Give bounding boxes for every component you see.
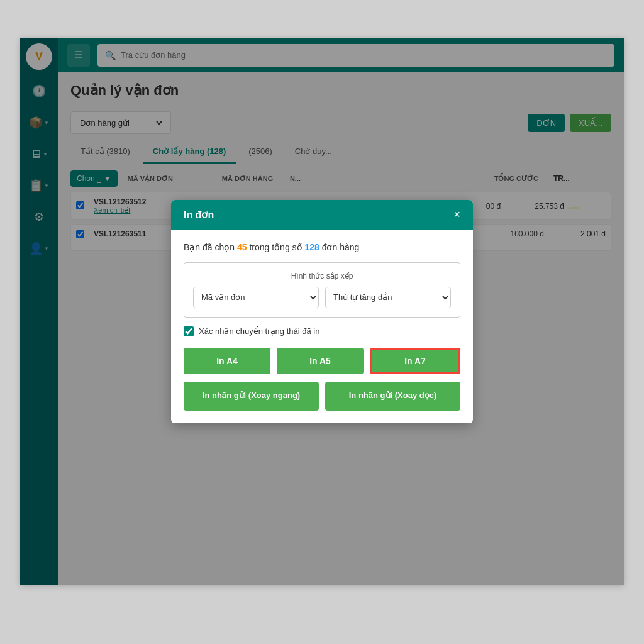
print-a4-button[interactable]: In A4 bbox=[184, 348, 270, 374]
print-a7-button[interactable]: In A7 bbox=[370, 348, 460, 374]
checkbox-row: Xác nhận chuyển trạng thái đã in bbox=[184, 326, 460, 336]
sort-box-label: Hình thức sắp xếp bbox=[193, 272, 451, 280]
modal-body: Bạn đã chọn 45 trong tổng số 128 đơn hàn… bbox=[171, 230, 473, 423]
app-container: V 🕐 📦 ▼ 🖥 ▼ 📋 ▼ ⚙ 👤 ▼ bbox=[20, 38, 624, 585]
subtitle-pre: Bạn đã chọn bbox=[184, 242, 237, 252]
print-nhan-doc-button[interactable]: In nhãn gửi (Xoay dọc) bbox=[325, 382, 460, 411]
print-buttons-row1: In A4 In A5 In A7 bbox=[184, 348, 460, 374]
browser-frame: V 🕐 📦 ▼ 🖥 ▼ 📋 ▼ ⚙ 👤 ▼ bbox=[0, 0, 644, 644]
count-total: 128 bbox=[304, 242, 319, 252]
modal-dialog: In đơn × Bạn đã chọn 45 trong tổng số 12… bbox=[171, 200, 473, 423]
print-buttons-row2: In nhãn gửi (Xoay ngang) In nhãn gửi (Xo… bbox=[184, 382, 460, 411]
confirm-checkbox[interactable] bbox=[184, 326, 194, 336]
print-a5-button[interactable]: In A5 bbox=[277, 348, 364, 374]
modal-title: In đơn bbox=[184, 209, 214, 221]
sort-box: Hình thức sắp xếp Mã vận đơn Thứ tự tăng… bbox=[184, 262, 460, 318]
sort-field-select[interactable]: Mã vận đơn bbox=[193, 287, 319, 308]
subtitle-mid: trong tổng số bbox=[247, 242, 305, 252]
modal-subtitle: Bạn đã chọn 45 trong tổng số 128 đơn hàn… bbox=[184, 242, 460, 252]
print-nhan-ngang-button[interactable]: In nhãn gửi (Xoay ngang) bbox=[184, 382, 319, 411]
sort-selects: Mã vận đơn Thứ tự tăng dần Thứ tự giảm d… bbox=[193, 287, 451, 308]
count-selected: 45 bbox=[237, 242, 247, 252]
subtitle-post: đơn hàng bbox=[319, 242, 360, 252]
modal-header: In đơn × bbox=[171, 200, 473, 230]
modal-overlay[interactable]: In đơn × Bạn đã chọn 45 trong tổng số 12… bbox=[20, 38, 624, 585]
checkbox-label: Xác nhận chuyển trạng thái đã in bbox=[199, 326, 319, 336]
sort-order-select[interactable]: Thứ tự tăng dần Thứ tự giảm dần bbox=[325, 287, 451, 308]
modal-close-button[interactable]: × bbox=[453, 209, 460, 220]
